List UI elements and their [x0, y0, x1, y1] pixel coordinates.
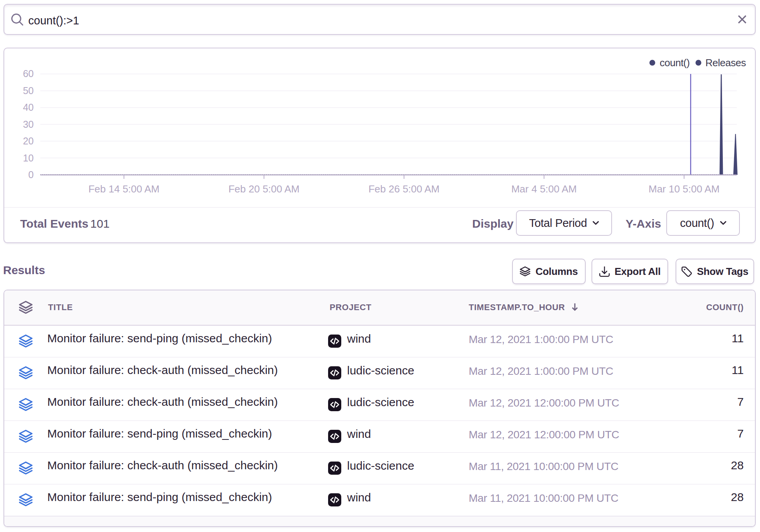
svg-text:50: 50	[23, 85, 34, 96]
svg-text:Feb 14 5:00 AM: Feb 14 5:00 AM	[88, 183, 160, 195]
svg-text:Mar 4 5:00 AM: Mar 4 5:00 AM	[511, 183, 577, 195]
svg-text:Feb 26 5:00 AM: Feb 26 5:00 AM	[368, 183, 440, 195]
svg-text:Releases: Releases	[705, 57, 746, 69]
svg-text:count(): count()	[660, 57, 690, 69]
svg-text:10: 10	[23, 153, 34, 163]
svg-text:40: 40	[23, 102, 34, 113]
svg-text:30: 30	[23, 119, 34, 130]
svg-text:Mar 10 5:00 AM: Mar 10 5:00 AM	[648, 183, 720, 195]
svg-text:60: 60	[23, 68, 34, 79]
svg-text:Feb 20 5:00 AM: Feb 20 5:00 AM	[229, 183, 300, 195]
svg-text:20: 20	[23, 136, 34, 146]
svg-text:0: 0	[28, 169, 34, 180]
